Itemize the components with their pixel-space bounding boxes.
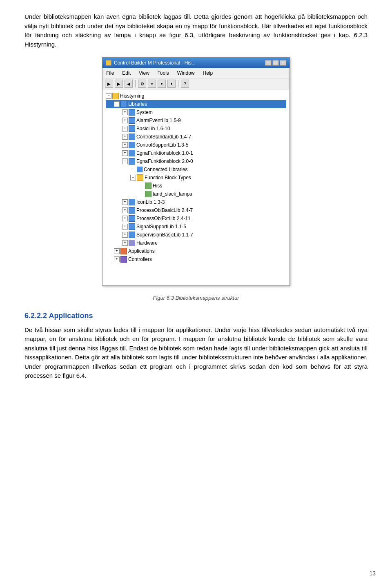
maximize-button[interactable]: □ xyxy=(272,60,279,66)
window-controls[interactable]: − □ × xyxy=(265,60,286,66)
menubar: File Edit View Tools Window Help xyxy=(102,68,290,78)
tree-label-hisstyrning: Hisstyrning xyxy=(120,92,144,100)
expander-libraries[interactable]: − xyxy=(114,101,120,107)
toolbar-btn-4[interactable]: ⚙ xyxy=(138,80,146,88)
expander-processbasic[interactable]: + xyxy=(122,207,128,213)
tree-item-controlsup[interactable]: + ControlSupportLib 1.3-5 xyxy=(106,141,286,149)
expander-supervision[interactable]: + xyxy=(122,232,128,238)
menu-window[interactable]: Window xyxy=(176,69,196,77)
menu-edit[interactable]: Edit xyxy=(121,69,132,77)
lib-icon-icon xyxy=(129,199,135,205)
tree-label-fbt: Function Block Types xyxy=(145,174,191,181)
tree-label-tand: tand_slack_lampa xyxy=(153,190,192,198)
menu-tools[interactable]: Tools xyxy=(156,69,170,77)
expander-iconlib[interactable]: + xyxy=(122,199,128,205)
toolbar-btn-1[interactable]: ▶ xyxy=(105,80,113,88)
expander-controlsup[interactable]: + xyxy=(122,142,128,148)
lib-icon-controlsup xyxy=(129,142,135,148)
expander-alarmlib[interactable]: + xyxy=(122,118,128,123)
tree-label-iconlib: IconLib 1.3-3 xyxy=(136,198,165,206)
expander-connlibs: │ xyxy=(130,167,136,172)
lib-icon-hardware xyxy=(129,240,135,246)
tree-item-iconlib[interactable]: + IconLib 1.3-3 xyxy=(106,198,286,206)
tree-item-egna2[interactable]: − EgnaFunktionsblock 2.0-0 xyxy=(106,157,286,165)
tree-label-hiss: Hiss xyxy=(153,182,162,189)
expander-fbt[interactable]: − xyxy=(130,175,136,180)
expander-controlstd[interactable]: + xyxy=(122,134,128,140)
tree-label-controlsup: ControlSupportLib 1.3-5 xyxy=(136,141,188,149)
tree-label-applications: Applications xyxy=(128,247,155,255)
tree-item-system[interactable]: + System xyxy=(106,108,286,116)
menu-view[interactable]: View xyxy=(138,69,151,77)
lib-icon-alarm xyxy=(129,117,135,124)
expander-system[interactable]: + xyxy=(122,109,128,115)
expander-tand: │ xyxy=(138,191,144,197)
expander-egna2[interactable]: − xyxy=(122,158,128,164)
toolbar-btn-6[interactable]: ✦ xyxy=(158,80,166,88)
block-icon-tand xyxy=(145,191,151,197)
expander-hardware[interactable]: + xyxy=(122,240,128,246)
app-icon-applications xyxy=(120,248,127,254)
tree-label-connlibs: Connected Libraries xyxy=(144,166,187,173)
toolbar-separator-1 xyxy=(135,80,136,87)
tree-label-basic: BasicLib 1.6-10 xyxy=(136,125,170,132)
tree-item-controllers[interactable]: + Controllers xyxy=(106,255,286,263)
lib-icon-signal xyxy=(129,223,135,230)
tree-label-hardware: Hardware xyxy=(136,239,158,247)
window-title: Control Builder M Professional - His... xyxy=(114,59,196,67)
paragraph-2: De två hissar som skulle styras lades ti… xyxy=(24,325,368,381)
lib-icon-supervision xyxy=(129,232,135,238)
tree-item-controlstd[interactable]: + ControlStandardLib 1.4-7 xyxy=(106,133,286,141)
tree-item-fbt[interactable]: − Function Block Types xyxy=(106,174,286,182)
tree-item-alarmlib[interactable]: + AlarmEventLib 1.5-9 xyxy=(106,116,286,125)
tree-item-processext[interactable]: + ProcessObjExtLib 2.4-11 xyxy=(106,214,286,223)
tree-item-egna1[interactable]: + EgnaFunktionsblock 1.0-1 xyxy=(106,149,286,157)
figure-caption: Figur 6.3 Biblioteksmappens struktur xyxy=(24,294,368,302)
tree-item-hisstyrning[interactable]: − Hisstyrning xyxy=(106,92,286,100)
toolbar-btn-7[interactable]: ✦ xyxy=(167,80,176,88)
tree-item-tand[interactable]: │ tand_slack_lampa xyxy=(106,190,286,198)
tree-label-processext: ProcessObjExtLib 2.4-11 xyxy=(136,215,191,222)
tree-label-processbasic: ProcessObjBasicLib 2.4-7 xyxy=(136,207,193,214)
tree-label-system: System xyxy=(136,109,153,116)
tree-item-processbasic[interactable]: + ProcessObjBasicLib 2.4-7 xyxy=(106,206,286,214)
toolbar-btn-3[interactable]: ◀ xyxy=(125,80,133,88)
toolbar-btn-help[interactable]: ? xyxy=(181,80,189,88)
tree-label-signal: SignalSupportLib 1.1-5 xyxy=(136,223,186,230)
tree-item-hiss[interactable]: │ Hiss xyxy=(106,182,286,190)
tree-label-egna1: EgnaFunktionsblock 1.0-1 xyxy=(136,149,193,157)
tree-item-basiclib[interactable]: + BasicLib 1.6-10 xyxy=(106,125,286,133)
tree-item-signal[interactable]: + SignalSupportLib 1.1-5 xyxy=(106,223,286,231)
tree-item-libraries[interactable]: − Libraries xyxy=(106,100,286,108)
toolbar-separator-2 xyxy=(178,80,178,87)
toolbar-btn-5[interactable]: ✦ xyxy=(148,80,156,88)
expander-signal[interactable]: + xyxy=(122,224,128,229)
expander-processext[interactable]: + xyxy=(122,216,128,221)
lib-icon-controlstd xyxy=(129,134,135,140)
expander-controllers[interactable]: + xyxy=(114,256,120,262)
expander-basiclib[interactable]: + xyxy=(122,126,128,131)
tree-label-alarm: AlarmEventLib 1.5-9 xyxy=(136,117,181,124)
menu-file[interactable]: File xyxy=(105,69,115,77)
section-title: 6.2.2.2 Applications xyxy=(24,310,368,321)
expander-egna1[interactable]: + xyxy=(122,150,128,156)
app-icon xyxy=(106,60,111,66)
tree-item-applications[interactable]: + Applications xyxy=(106,247,286,255)
tree-item-hardware[interactable]: + Hardware xyxy=(106,239,286,247)
close-button[interactable]: × xyxy=(280,60,286,66)
tree-view: − Hisstyrning − Libraries + System + Ala… xyxy=(102,89,290,285)
expander-applications[interactable]: + xyxy=(114,248,120,254)
tree-label-controlstd: ControlStandardLib 1.4-7 xyxy=(136,133,191,140)
minimize-button[interactable]: − xyxy=(265,60,272,66)
tree-item-connlibs[interactable]: │ Connected Libraries xyxy=(106,165,286,174)
lib-icon-connlibs xyxy=(137,167,143,172)
toolbar: ▶ ▶ ◀ ⚙ ✦ ✦ ✦ ? xyxy=(102,78,290,89)
toolbar-btn-2[interactable]: ▶ xyxy=(115,80,123,88)
tree-label-egna2: EgnaFunktionsblock 2.0-0 xyxy=(136,158,193,165)
lib-icon-egna2 xyxy=(129,158,135,165)
expander-hisstyrning[interactable]: − xyxy=(106,93,111,99)
menu-help[interactable]: Help xyxy=(202,69,214,77)
tree-item-supervision[interactable]: + SupervisionBasicLib 1.1-7 xyxy=(106,231,286,239)
application-window: Control Builder M Professional - His... … xyxy=(102,57,290,286)
lib-icon-system xyxy=(129,109,135,116)
